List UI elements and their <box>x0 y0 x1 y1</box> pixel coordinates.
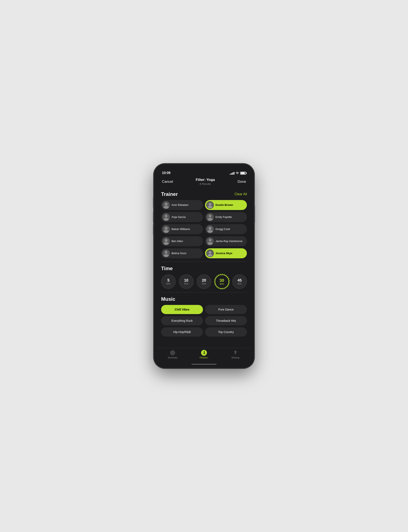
time-section-title: Time <box>161 266 173 271</box>
tab-fitness-label: Fitness+ <box>200 356 208 359</box>
tab-sharing[interactable]: S Sharing <box>220 350 251 359</box>
scroll-content: Trainer Clear All Amir Ekbatani <box>157 187 251 348</box>
phone-frame: 10:09 Cancel <box>154 164 254 368</box>
trainer-pill-jamie[interactable]: Jamie-Ray Hartshorne <box>205 236 247 246</box>
svg-point-34 <box>204 351 205 352</box>
nav-bar: Cancel Filter: Yoga 8 Results Done <box>157 176 251 187</box>
tab-bar: Summary Fitness+ <box>157 348 251 364</box>
notch <box>187 164 221 170</box>
time-option-30[interactable]: 30 MIN <box>215 274 229 289</box>
music-options: Chill Vibes Pure Dance Everything Rock T… <box>161 305 247 337</box>
svg-point-32 <box>172 353 173 353</box>
trainer-pill-gregg[interactable]: Gregg Cook <box>205 224 247 234</box>
svg-text:S: S <box>235 351 236 353</box>
svg-point-19 <box>165 239 168 242</box>
nav-subtitle: 8 Results <box>196 182 215 186</box>
avatar-gregg <box>206 225 214 233</box>
tab-fitness[interactable]: Fitness+ <box>188 350 220 359</box>
wifi-icon <box>236 171 239 175</box>
avatar-betina <box>162 250 170 257</box>
svg-point-25 <box>165 251 167 254</box>
svg-point-1 <box>165 203 168 206</box>
signal-icon <box>230 172 234 175</box>
status-time: 10:09 <box>162 171 170 175</box>
trainer-name-ben: Ben Allen <box>171 240 183 243</box>
avatar-amir <box>162 201 170 209</box>
clear-all-button[interactable]: Clear All <box>234 192 247 196</box>
trainer-time-divider <box>161 262 247 262</box>
trainer-name-jessica: Jessica Skye <box>215 252 232 255</box>
music-throwback-hits[interactable]: Throwback Hits <box>205 316 247 325</box>
svg-point-7 <box>165 215 167 218</box>
tab-summary[interactable]: Summary <box>157 350 188 359</box>
svg-point-13 <box>165 227 168 230</box>
done-button[interactable]: Done <box>238 180 246 184</box>
trainer-name-betina: Betina Gozo <box>171 252 187 255</box>
music-pure-dance[interactable]: Pure Dance <box>205 305 247 314</box>
svg-point-28 <box>209 251 211 253</box>
nav-title-area: Filter: Yoga 8 Results <box>196 178 215 186</box>
trainer-pill-amir[interactable]: Amir Ekbatani <box>161 200 203 210</box>
trainer-name-emily: Emily Fayette <box>215 215 232 219</box>
battery-icon <box>240 172 246 175</box>
trainer-pill-emily[interactable]: Emily Fayette <box>205 212 247 222</box>
avatar-emily <box>206 213 214 221</box>
tab-summary-label: Summary <box>168 356 178 359</box>
trainer-name-dustin: Dustin Brown <box>215 203 233 207</box>
trainer-pill-bakari[interactable]: Bakari Williams <box>161 224 203 234</box>
svg-point-10 <box>209 215 211 218</box>
sharing-icon: S <box>232 350 238 356</box>
nav-title: Filter: Yoga <box>196 178 215 182</box>
time-option-45[interactable]: 45 MIN <box>232 274 247 289</box>
time-option-10[interactable]: 10 MIN <box>179 274 194 289</box>
music-section-title: Music <box>161 296 175 302</box>
time-option-20[interactable]: 20 MIN <box>197 274 211 289</box>
svg-point-16 <box>209 227 212 230</box>
trainer-pill-betina[interactable]: Betina Gozo <box>161 248 203 258</box>
trainer-name-bakari: Bakari Williams <box>171 228 190 231</box>
summary-icon <box>170 350 176 356</box>
trainer-pill-jessica[interactable]: Jessica Skye <box>205 248 247 258</box>
phone-screen: 10:09 Cancel <box>157 167 251 365</box>
trainer-grid: Amir Ekbatani Dustin Brown <box>161 200 247 258</box>
music-hiphop[interactable]: Hip-Hop/R&B <box>161 327 203 337</box>
time-option-5[interactable]: 5 MIN <box>161 274 176 289</box>
trainer-name-gregg: Gregg Cook <box>215 228 230 231</box>
trainer-section-title: Trainer <box>161 191 178 197</box>
trainer-name-anja: Anja Garcia <box>171 215 186 219</box>
avatar-bakari <box>162 225 170 233</box>
music-top-country[interactable]: Top Country <box>205 327 247 337</box>
time-options: 5 MIN 10 MIN 20 MIN 30 MIN 45 MIN <box>161 274 247 289</box>
avatar-ben <box>162 237 170 245</box>
trainer-pill-ben[interactable]: Ben Allen <box>161 236 203 246</box>
music-section-header: Music <box>161 296 247 302</box>
trainer-pill-anja[interactable]: Anja Garcia <box>161 212 203 222</box>
music-chill-vibes[interactable]: Chill Vibes <box>161 305 203 314</box>
avatar-anja <box>162 213 170 221</box>
status-icons <box>230 171 246 175</box>
time-section-header: Time <box>161 266 247 271</box>
avatar-dustin <box>206 201 214 209</box>
svg-point-4 <box>209 203 211 205</box>
svg-point-22 <box>209 239 211 242</box>
avatar-jamie <box>206 237 214 245</box>
home-indicator <box>157 364 251 365</box>
music-everything-rock[interactable]: Everything Rock <box>161 316 203 325</box>
fitness-icon <box>201 350 207 356</box>
trainer-section-header: Trainer Clear All <box>161 191 247 197</box>
tab-sharing-label: Sharing <box>231 356 239 359</box>
trainer-name-amir: Amir Ekbatani <box>171 203 188 207</box>
cancel-button[interactable]: Cancel <box>162 180 173 184</box>
trainer-name-jamie: Jamie-Ray Hartshorne <box>215 240 243 243</box>
trainer-pill-dustin[interactable]: Dustin Brown <box>205 200 247 210</box>
avatar-jessica <box>206 250 214 257</box>
